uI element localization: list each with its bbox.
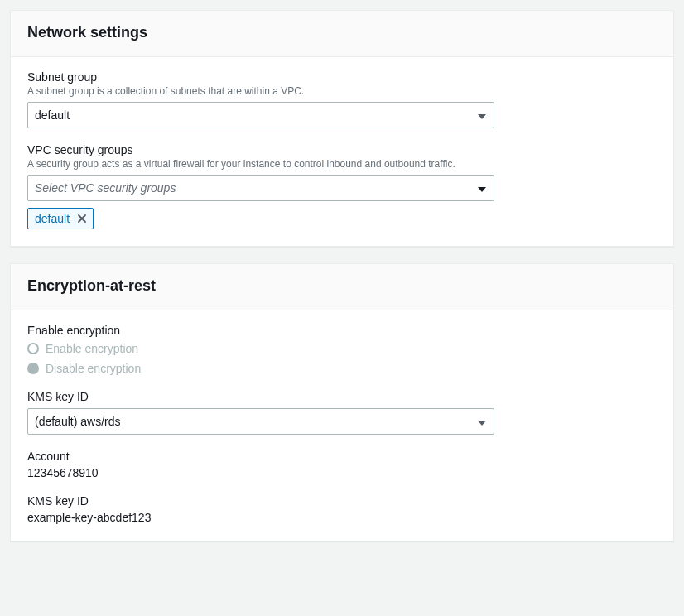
- network-settings-panel: Network settings Subnet group A subnet g…: [10, 10, 674, 247]
- subnet-group-select-value: default: [27, 102, 494, 128]
- kms-key-id-value: example-key-abcdef123: [27, 511, 657, 524]
- subnet-group-label: Subnet group: [27, 70, 657, 84]
- radio-enable-encryption[interactable]: Enable encryption: [27, 342, 657, 355]
- kms-key-select[interactable]: (default) aws/rds: [27, 408, 494, 435]
- kms-key-id-label: KMS key ID: [27, 494, 657, 508]
- vpc-token-default: default: [27, 208, 94, 229]
- enable-encryption-field: Enable encryption Enable encryption Disa…: [27, 324, 657, 375]
- account-label: Account: [27, 450, 657, 463]
- radio-enable-label: Enable encryption: [46, 342, 138, 355]
- enable-encryption-label: Enable encryption: [27, 324, 657, 337]
- vpc-security-groups-field: VPC security groups A security group act…: [27, 143, 657, 229]
- vpc-security-groups-label: VPC security groups: [27, 143, 657, 156]
- vpc-token-row: default: [27, 208, 657, 229]
- network-settings-title: Network settings: [27, 24, 657, 41]
- vpc-security-groups-select[interactable]: Select VPC security groups: [27, 175, 494, 201]
- encryption-title: Encryption-at-rest: [27, 277, 657, 295]
- vpc-security-groups-placeholder: Select VPC security groups: [27, 175, 494, 201]
- kms-key-label: KMS key ID: [27, 390, 657, 403]
- encryption-header: Encryption-at-rest: [11, 264, 673, 310]
- encryption-body: Enable encryption Enable encryption Disa…: [11, 310, 673, 541]
- account-value: 12345678910: [27, 466, 657, 479]
- encryption-panel: Encryption-at-rest Enable encryption Ena…: [10, 263, 674, 541]
- radio-disable-label: Disable encryption: [46, 362, 141, 375]
- encryption-radio-group: Enable encryption Disable encryption: [27, 342, 657, 375]
- subnet-group-description: A subnet group is a collection of subnet…: [27, 85, 657, 97]
- close-icon[interactable]: [76, 213, 88, 224]
- subnet-group-field: Subnet group A subnet group is a collect…: [27, 70, 657, 128]
- kms-key-select-value: (default) aws/rds: [27, 408, 494, 435]
- radio-icon: [27, 363, 39, 374]
- account-field: Account 12345678910: [27, 450, 657, 479]
- network-settings-header: Network settings: [11, 11, 673, 57]
- vpc-token-label: default: [35, 212, 70, 225]
- radio-icon: [27, 343, 39, 354]
- kms-key-field: KMS key ID (default) aws/rds: [27, 390, 657, 435]
- kms-key-id-field: KMS key ID example-key-abcdef123: [27, 494, 657, 524]
- network-settings-body: Subnet group A subnet group is a collect…: [11, 57, 673, 246]
- radio-disable-encryption[interactable]: Disable encryption: [27, 362, 657, 375]
- vpc-security-groups-description: A security group acts as a virtual firew…: [27, 158, 657, 170]
- subnet-group-select[interactable]: default: [27, 102, 494, 128]
